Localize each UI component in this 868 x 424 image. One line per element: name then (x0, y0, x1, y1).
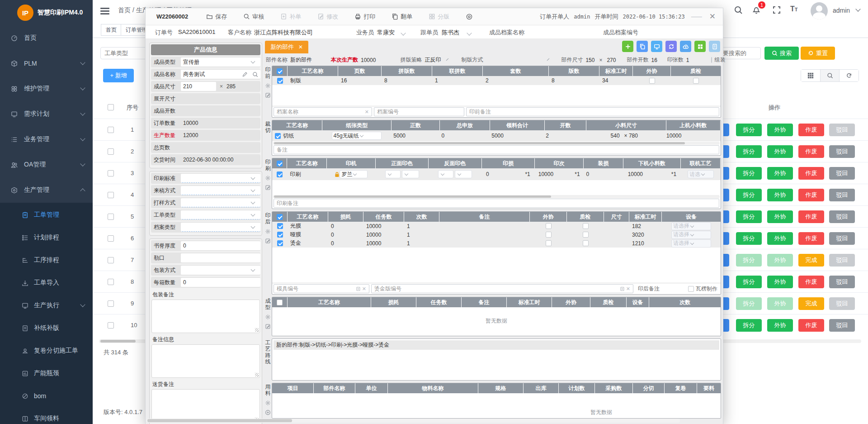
font-size-icon[interactable]: TT (790, 5, 798, 13)
username-label[interactable]: admin (833, 7, 850, 14)
sidebar-subitem-3[interactable]: 工单导入 (0, 272, 93, 294)
select[interactable]: 请选 (688, 170, 714, 178)
table-search-icon[interactable] (821, 70, 840, 81)
edit-icon[interactable] (265, 92, 271, 98)
eye-icon[interactable] (466, 13, 473, 20)
file-name-input[interactable]: 档案名称✕ (274, 107, 372, 116)
customer-value[interactable]: 浙江点阵科技有限公司 (254, 29, 313, 37)
textarea-2[interactable] (151, 389, 260, 423)
sidebar-item-1[interactable]: PLM (0, 51, 93, 76)
edit-pencil-icon[interactable] (242, 71, 248, 77)
gear-icon[interactable] (265, 400, 271, 406)
done-button[interactable]: 完成 (798, 297, 824, 310)
user-menu-caret-icon[interactable] (856, 9, 860, 11)
printing-note-input[interactable]: 印刷备注 (274, 199, 719, 208)
mold-icons[interactable]: ✕ (356, 286, 366, 292)
edit-icon[interactable] (265, 238, 271, 244)
sidebar-subitem-2[interactable]: 工序排程 (0, 249, 93, 272)
header-checkbox[interactable] (277, 214, 283, 220)
field-value[interactable]: 商务测试 (180, 70, 260, 79)
select-value[interactable]: 宣传册 (183, 58, 199, 66)
row-checkbox[interactable] (108, 279, 114, 285)
sidebar-item-0[interactable]: 首页 (0, 25, 93, 51)
order-no-value[interactable]: SA220610001 (178, 29, 215, 35)
cloud-button[interactable] (680, 41, 691, 52)
header-checkbox[interactable] (277, 161, 283, 167)
outsource-button[interactable]: 外协 (767, 167, 793, 180)
chevron-down-icon[interactable] (251, 224, 255, 229)
row-checkbox[interactable] (277, 78, 283, 84)
plate-label[interactable]: 制版方式 (461, 56, 483, 64)
sidebar-subitem-5[interactable]: 补纸补版 (0, 317, 93, 339)
cutting-note-input[interactable]: 备注 (274, 145, 719, 154)
cancel-button[interactable]: 作废 (798, 167, 824, 180)
part-tab[interactable]: 新的部件✕ (265, 41, 308, 53)
outsource-checkbox[interactable] (546, 240, 552, 246)
modal-toolbar-copy-button[interactable]: 翻单 (392, 13, 412, 21)
foil-plate-no-input[interactable]: 烫金版编号 ✕ (371, 284, 633, 293)
gear-icon[interactable] (265, 83, 271, 89)
reject-button[interactable]: 驳回 (829, 232, 855, 245)
textarea-1[interactable] (151, 344, 260, 378)
row-checkbox[interactable] (108, 257, 114, 263)
split-button[interactable]: 拆分 (736, 319, 762, 332)
copy2-button[interactable] (637, 41, 648, 52)
textarea-0[interactable] (151, 300, 260, 333)
split-button[interactable]: 拆分 (736, 276, 762, 288)
search-button[interactable]: 搜索 (764, 47, 799, 60)
row-checkbox[interactable] (108, 148, 114, 155)
reject-button[interactable]: 驳回 (829, 276, 855, 288)
outsource-button[interactable]: 外协 (767, 276, 793, 288)
modal-hscrollbar[interactable] (146, 419, 680, 423)
split-button[interactable]: 拆分 (736, 232, 762, 245)
chevron-down-icon[interactable] (251, 267, 255, 272)
row-checkbox[interactable] (275, 133, 281, 139)
gear-icon[interactable] (265, 175, 271, 181)
sidebar-item-3[interactable]: 需求计划 (0, 101, 93, 127)
input-value[interactable]: 0 (183, 279, 186, 286)
cancel-button[interactable]: 作废 (798, 210, 824, 223)
row-checkbox[interactable] (277, 240, 283, 246)
reject-button[interactable]: 驳回 (829, 210, 855, 223)
modal-toolbar-print-button[interactable]: 打印 (354, 13, 375, 21)
outsource-button[interactable]: 外协 (767, 189, 793, 201)
cancel-button[interactable]: 作废 (798, 189, 824, 201)
merchandiser-select[interactable]: 陈书杰 (442, 29, 459, 37)
split-button[interactable]: 拆分 (736, 124, 762, 136)
row-checkbox[interactable] (108, 300, 114, 307)
reject-button[interactable]: 驳回 (829, 189, 855, 201)
outsource-checkbox[interactable] (546, 223, 552, 229)
sidebar-subitem-4[interactable]: 生产执行 (0, 294, 93, 317)
field-value[interactable]: 宣传册 (180, 57, 260, 67)
sidebar-item-6[interactable]: 生产管理 (0, 177, 93, 203)
assemble-checkbox[interactable] (711, 57, 712, 63)
qc-checkbox[interactable] (583, 223, 589, 229)
tab-home[interactable]: 首页 (101, 24, 122, 36)
select[interactable]: 请选择 (671, 222, 711, 230)
select[interactable] (438, 170, 453, 178)
select[interactable]: 罗兰 (340, 170, 368, 178)
cancel-button[interactable]: 作废 (798, 124, 824, 136)
row-checkbox[interactable] (108, 192, 114, 198)
clear-icon[interactable]: ✕ (365, 109, 369, 115)
outsource-button[interactable]: 外协 (767, 145, 793, 158)
input-value[interactable]: 0 (183, 243, 186, 249)
row-checkbox[interactable] (108, 170, 114, 176)
part-tab-close-icon[interactable]: ✕ (298, 41, 303, 53)
hamburger-icon[interactable] (100, 6, 109, 14)
add-button[interactable]: + 新增 (103, 69, 134, 82)
chevron-down-icon[interactable] (251, 187, 255, 192)
sidebar-subitem-7[interactable]: 产能瓶颈 (0, 362, 93, 385)
split-button[interactable]: 拆分 (736, 167, 762, 180)
size-width-input[interactable]: 210 (181, 82, 216, 91)
outsource-button[interactable]: 外协 (767, 210, 793, 223)
corrugate-checkbox[interactable] (688, 286, 694, 292)
row-checkbox[interactable] (277, 172, 283, 177)
edit-icon[interactable] (265, 324, 271, 329)
split-button[interactable]: 拆分 (736, 145, 762, 158)
row-checkbox[interactable] (277, 232, 283, 238)
file-no-input[interactable]: 档案编号 (374, 107, 464, 116)
salesman-select[interactable]: 常康安 (377, 29, 395, 37)
qc-checkbox[interactable] (583, 232, 589, 238)
plus2-icon[interactable] (265, 410, 271, 415)
